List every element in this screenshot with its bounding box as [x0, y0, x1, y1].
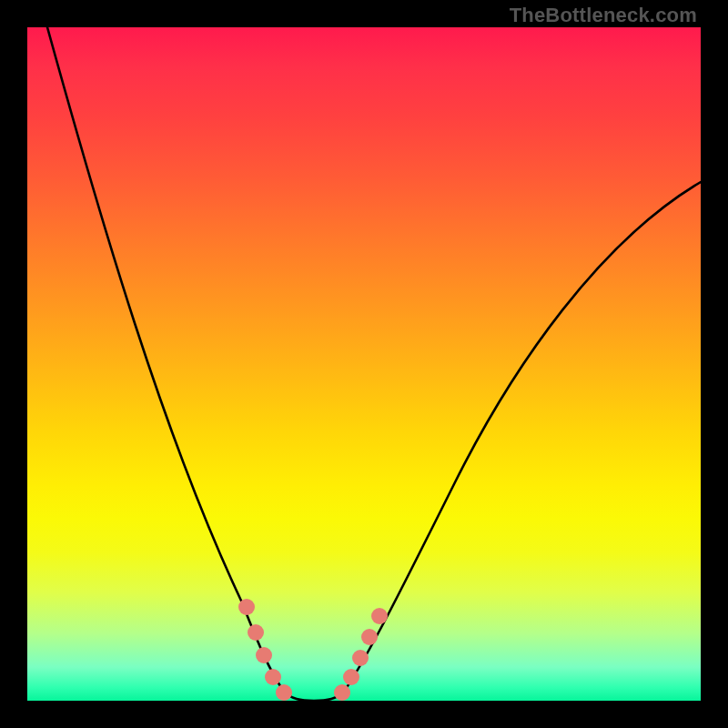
- curve-marker: [248, 624, 264, 641]
- curve-marker: [265, 669, 281, 685]
- curve-marker: [343, 669, 359, 685]
- curve-marker: [352, 650, 369, 666]
- bottleneck-curve-svg: [27, 27, 701, 701]
- curve-marker: [334, 684, 350, 701]
- curve-marker: [276, 684, 292, 701]
- curve-marker: [238, 599, 255, 615]
- curve-marker: [256, 647, 272, 663]
- bottleneck-curve: [47, 27, 701, 701]
- curve-marker: [361, 629, 378, 645]
- chart-frame: TheBottleneck.com: [0, 0, 728, 728]
- curve-marker: [371, 608, 388, 624]
- watermark-text: TheBottleneck.com: [510, 4, 697, 27]
- plot-area: [27, 27, 701, 701]
